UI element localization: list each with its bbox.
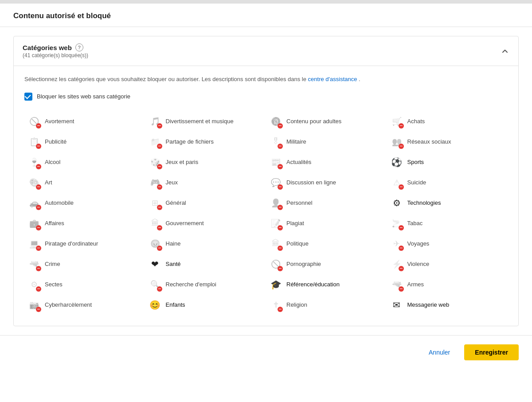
category-name: Recherche d'emploi [166,281,217,288]
blocked-badge [399,144,404,149]
category-item[interactable]: 💻Piratage d'ordinateur [24,234,145,254]
category-name: Violence [407,261,430,267]
top-border [0,0,532,4]
save-button[interactable]: Enregistrer [464,344,519,360]
category-name: Jeux [166,179,178,186]
category-name: Tabac [407,220,423,226]
category-item[interactable]: 🏛Politique [266,234,387,254]
categories-grid: 🚫Avortement🎵Divertissement et musique🔞Co… [24,111,508,315]
blocked-badge [399,286,404,292]
category-name: Suicide [407,179,426,186]
category-item[interactable]: ⊞Général [145,193,266,213]
block-uncategorized-row[interactable]: Bloquer les sites web sans catégorie [24,93,508,101]
category-name: Contenu pour adultes [286,118,341,125]
blocked-badge [399,266,404,271]
category-item[interactable]: 📁Partage de fichiers [145,132,266,152]
block-uncategorized-checkbox[interactable] [24,93,32,101]
blocked-badge [399,225,404,230]
category-item[interactable]: 🎨Art [24,172,145,193]
category-item[interactable]: 📝Plagiat [266,213,387,234]
help-center-link[interactable]: centre d'assistance [308,76,357,82]
category-item[interactable]: 👤Personnel [266,193,387,213]
collapse-icon[interactable] [501,47,509,55]
web-categories-card: Catégories web ? (41 catégorie(s) bloqué… [13,36,519,326]
category-item[interactable]: 🛒Achats [387,111,508,132]
footer: Annuler Enregistrer [0,335,532,369]
category-item[interactable]: 🎓Référence/éducation [266,274,387,295]
category-item[interactable]: 🎮Jeux [145,172,266,193]
category-item[interactable]: ❤Santé [145,254,266,274]
category-item[interactable]: ⚡Violence [387,254,508,274]
blocked-badge [278,164,283,169]
category-item[interactable]: 😡Haine [145,234,266,254]
category-item[interactable]: 🔫Crime [24,254,145,274]
blocked-badge [278,225,283,230]
blocked-badge [157,286,162,292]
blocked-badge [157,123,162,129]
category-item[interactable]: 🎵Divertissement et musique [145,111,266,132]
description-text: Sélectionnez les catégories que vous sou… [24,76,306,82]
category-item[interactable]: ✝Religion [266,295,387,315]
page-container: Contenu autorisé et bloqué Catégories we… [0,0,532,402]
category-item[interactable]: 🚗Automobile [24,193,145,213]
category-name: Divertissement et musique [166,118,234,125]
card-title-text: Catégories web [23,44,72,51]
category-name: Voyages [407,240,430,247]
blocked-badge [157,184,162,190]
block-uncategorized-label: Bloquer les sites web sans catégorie [37,93,130,100]
category-item[interactable]: 🎲Jeux et paris [145,152,266,172]
category-name: Haine [166,240,181,247]
category-item[interactable]: 🔍Recherche d'emploi [145,274,266,295]
category-item[interactable]: 💬Discussion en ligne [266,172,387,193]
blocked-badge [157,246,162,251]
blocked-badge [36,144,41,149]
blocked-badge [278,307,283,312]
category-item[interactable]: 📰Actualités [266,152,387,172]
blocked-badge [36,225,41,230]
cancel-button[interactable]: Annuler [423,345,455,359]
category-item[interactable]: 🍷Alcool [24,152,145,172]
category-item[interactable]: 🏛Gouvernement [145,213,266,234]
section-title: Contenu autorisé et bloqué [0,4,532,27]
category-icon-active: ✉ [393,300,400,310]
category-item[interactable]: 🔫Armes [387,274,508,295]
category-name: Art [45,179,52,186]
category-name: Avortement [45,118,74,125]
blocked-badge [278,246,283,251]
category-icon-active: ❤ [151,259,159,269]
category-name: Crime [45,261,60,267]
card-title: Catégories web ? [23,43,88,51]
category-item[interactable]: 📋Publicité [24,132,145,152]
category-name: Enfants [166,301,185,308]
category-name: Discussion en ligne [286,179,336,186]
category-item[interactable]: 🚫Avortement [24,111,145,132]
blocked-badge [36,266,41,271]
category-item[interactable]: 😊Enfants [145,295,266,315]
category-item[interactable]: 🚫Pornographie [266,254,387,274]
category-item[interactable]: ⚙Sectes [24,274,145,295]
category-item[interactable]: 🚬Tabac [387,213,508,234]
category-item[interactable]: 👥Réseaux sociaux [387,132,508,152]
blocked-badge [36,164,41,169]
category-name: Général [166,199,186,206]
category-item[interactable]: 🎖Militaire [266,132,387,152]
category-name: Réseaux sociaux [407,138,451,145]
category-name: Jeux et paris [166,159,199,165]
card-header[interactable]: Catégories web ? (41 catégorie(s) bloqué… [14,36,518,66]
category-item[interactable]: 🔞Contenu pour adultes [266,111,387,132]
category-item[interactable]: 💼Affaires [24,213,145,234]
blocked-badge [36,205,41,210]
blocked-badge [278,266,283,271]
category-item[interactable]: ⚙Technologies [387,193,508,213]
category-name: Automobile [45,199,74,206]
category-item[interactable]: ✈Voyages [387,234,508,254]
blocked-badge [399,246,404,251]
category-item[interactable]: ✉Messagerie web [387,295,508,315]
blocked-badge [36,307,41,312]
category-item[interactable]: ⚠Suicide [387,172,508,193]
category-name: Publicité [45,138,66,145]
help-icon[interactable]: ? [75,43,83,51]
category-item[interactable]: ⚽Sports [387,152,508,172]
category-item[interactable]: 📷Cyberharcèlement [24,295,145,315]
category-name: Religion [286,301,307,308]
